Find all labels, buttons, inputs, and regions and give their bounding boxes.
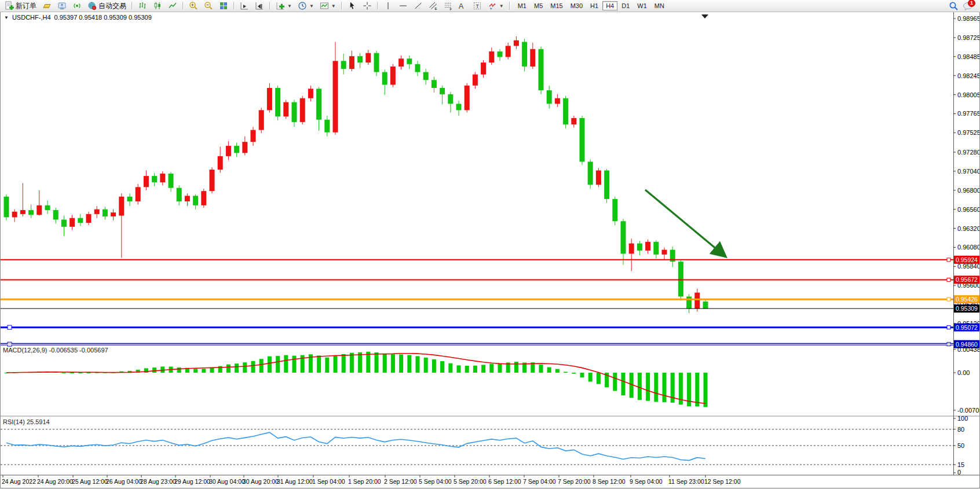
dropdown-caret-icon: ▼	[331, 3, 336, 9]
trendline-tool-icon[interactable]	[411, 1, 425, 11]
zoom-out-icon[interactable]	[202, 1, 215, 11]
tile-windows-icon[interactable]	[217, 1, 231, 11]
svg-text:100: 100	[957, 415, 968, 422]
svg-text:7 Sep 04:00: 7 Sep 04:00	[523, 478, 556, 485]
notification-badge: 1	[968, 0, 975, 7]
svg-text:30 Aug 20:00: 30 Aug 20:00	[243, 478, 279, 485]
horizontal-line-0.94860[interactable]	[1, 342, 953, 346]
svg-text:24 Aug 2022: 24 Aug 2022	[2, 478, 36, 485]
data-window-icon[interactable]	[55, 1, 69, 11]
tab-timeframe-m5[interactable]: M5	[531, 1, 546, 10]
tab-timeframe-m1[interactable]: M1	[514, 1, 530, 10]
notifications-button[interactable]: 1	[963, 1, 974, 10]
auto-trading-button[interactable]: 自动交易	[85, 1, 129, 11]
tab-timeframe-h4[interactable]: H4	[602, 1, 617, 10]
main-toolbar: 新订单 自动交易 ▼	[0, 0, 980, 12]
horizontal-line-0.95672[interactable]	[1, 278, 953, 281]
svg-text:0.98725: 0.98725	[957, 34, 979, 41]
time-axis[interactable]: 24 Aug 202224 Aug 20:0025 Aug 12:0026 Au…	[2, 475, 741, 485]
svg-text:0.97280: 0.97280	[957, 149, 979, 156]
svg-text:0.96320: 0.96320	[957, 225, 979, 232]
template-icon	[320, 1, 329, 10]
chart-canvas[interactable]: 0.989650.987250.984850.982450.980050.977…	[1, 12, 979, 488]
svg-text:15: 15	[957, 461, 964, 468]
indicators-button[interactable]: ▼	[273, 0, 294, 12]
fibonacci-tool-icon[interactable]: F	[441, 1, 455, 11]
horizontal-line-tool-icon[interactable]	[396, 1, 410, 11]
periods-button[interactable]: ▼	[295, 0, 316, 12]
search-icon[interactable]	[949, 1, 958, 10]
svg-text:1 Sep 20:00: 1 Sep 20:00	[348, 478, 381, 485]
bar-chart-icon[interactable]	[136, 1, 149, 11]
svg-text:31 Aug 12:00: 31 Aug 12:00	[277, 478, 313, 485]
zoom-in-icon[interactable]	[187, 1, 200, 11]
crosshair-icon[interactable]	[360, 1, 374, 11]
svg-text:7 Sep 20:00: 7 Sep 20:00	[558, 478, 591, 485]
toolbar-separator	[341, 2, 342, 10]
arrows-tool-button[interactable]: ▼	[485, 0, 506, 12]
svg-text:2 Sep 12:00: 2 Sep 12:00	[384, 478, 417, 485]
vertical-line-tool-icon[interactable]	[381, 1, 395, 11]
svg-text:0.96080: 0.96080	[957, 244, 979, 251]
price-label-0.95924: 0.95924	[954, 256, 979, 264]
auto-trading-label: 自动交易	[98, 1, 126, 11]
svg-text:50: 50	[957, 442, 964, 449]
horizontal-line-0.95426[interactable]	[1, 297, 953, 301]
horizontal-line-0.95924[interactable]	[1, 258, 953, 262]
templates-button[interactable]: ▼	[317, 0, 338, 12]
svg-text:8 Sep 12:00: 8 Sep 12:00	[593, 478, 626, 485]
candlestick-chart-icon[interactable]	[151, 1, 164, 11]
signals-icon[interactable]	[70, 1, 84, 11]
svg-text:80: 80	[957, 426, 964, 433]
tab-timeframe-mn[interactable]: MN	[651, 1, 668, 10]
svg-text:0.97765: 0.97765	[957, 110, 979, 117]
auto-scroll-icon[interactable]	[237, 1, 251, 11]
svg-text:1 Sep 04:00: 1 Sep 04:00	[312, 478, 345, 485]
price-label-0.95309: 0.95309	[954, 304, 979, 312]
svg-text:F: F	[449, 8, 452, 11]
price-label-0.95426: 0.95426	[954, 295, 979, 303]
svg-text:0.98005: 0.98005	[957, 91, 979, 98]
svg-text:12 Sep 12:00: 12 Sep 12:00	[704, 478, 741, 485]
chart-window[interactable]: 0.989650.987250.984850.982450.980050.977…	[0, 12, 980, 488]
ohlc-values: 0.95397 0.95418 0.95309 0.95309	[54, 14, 152, 21]
macd-signal-line	[6, 354, 705, 404]
tab-timeframe-w1[interactable]: W1	[634, 1, 650, 10]
symbol-period-label: USDCHF-,H4	[12, 14, 51, 21]
svg-text:0.95309: 0.95309	[956, 305, 978, 312]
cursor-icon[interactable]	[345, 1, 359, 11]
new-order-button[interactable]: 新订单	[2, 1, 39, 11]
svg-text:0.95924: 0.95924	[956, 256, 978, 263]
rsi-line	[6, 432, 705, 460]
text-label-tool-icon[interactable]: T	[470, 1, 484, 11]
tab-timeframe-h1[interactable]: H1	[587, 1, 602, 10]
chart-shift-icon[interactable]	[253, 1, 266, 11]
svg-text:25 Aug 12:00: 25 Aug 12:00	[72, 478, 108, 485]
svg-text:E: E	[434, 7, 437, 10]
svg-text:0.98245: 0.98245	[957, 72, 979, 79]
horizontal-line-0.95072[interactable]	[1, 325, 953, 329]
text-tool-icon[interactable]: A	[456, 0, 469, 12]
new-order-icon	[5, 1, 14, 10]
svg-text:5 Sep 04:00: 5 Sep 04:00	[419, 478, 452, 485]
macd-label: MACD(12,26,9) -0.006535 -0.005697	[3, 347, 108, 354]
timeframe-toolbar: M1M5M15M30H1H4D1W1MN	[514, 1, 668, 10]
line-chart-icon[interactable]	[166, 1, 180, 11]
svg-text:0.97040: 0.97040	[957, 168, 979, 175]
svg-text:0.95072: 0.95072	[956, 324, 978, 331]
rsi-pane: 1008050150	[1, 415, 968, 476]
toolbar-right: 1	[949, 1, 978, 10]
toolbar-separator	[182, 2, 184, 10]
collapse-triangle-icon[interactable]: ▼	[4, 15, 9, 20]
tab-timeframe-m30[interactable]: M30	[567, 1, 586, 10]
gold-icon[interactable]	[40, 1, 54, 11]
svg-text:0.98485: 0.98485	[957, 53, 979, 60]
tab-timeframe-m15[interactable]: M15	[547, 1, 566, 10]
equidistant-channel-tool-icon[interactable]: E	[426, 1, 440, 11]
toolbar-separator	[131, 2, 133, 10]
macd-axis[interactable]: 0.0043870.00-0.007055	[953, 346, 979, 414]
svg-text:24 Aug 20:00: 24 Aug 20:00	[37, 478, 73, 485]
svg-text:T: T	[476, 3, 479, 9]
svg-text:0.00: 0.00	[957, 369, 970, 376]
tab-timeframe-d1[interactable]: D1	[618, 1, 633, 10]
